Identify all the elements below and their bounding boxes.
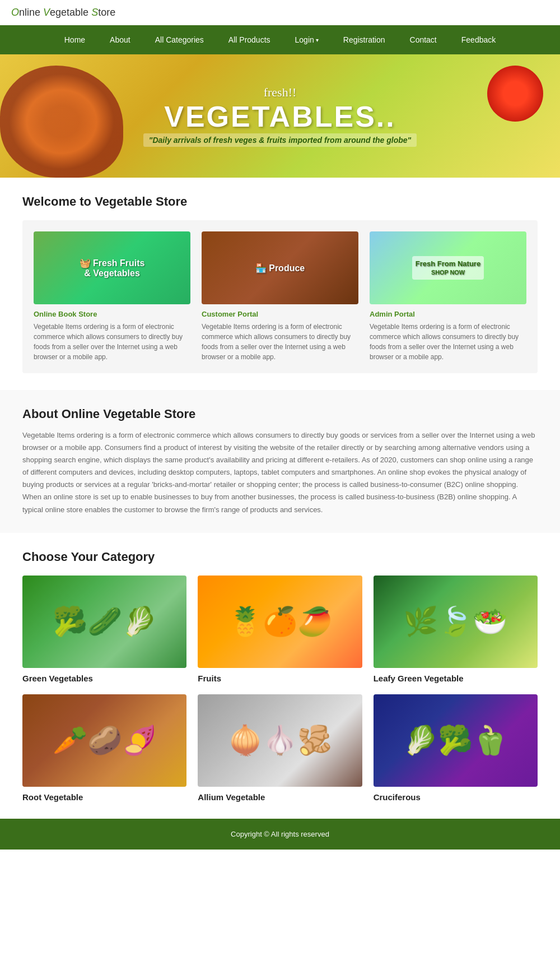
category-image-green-veg: 🥦🥒🥬 xyxy=(22,576,186,668)
title-letter-s: S xyxy=(91,7,98,18)
allium-icon: 🧅🧄🫚 xyxy=(198,694,362,787)
category-image-cruciferous: 🥬🥦🫑 xyxy=(374,694,538,787)
category-image-leafy: 🌿🍃🥗 xyxy=(374,576,538,668)
category-item-fruits[interactable]: 🍍🍊🥭 Fruits xyxy=(198,576,362,683)
about-section: About Online Vegetable Store Vegetable I… xyxy=(0,390,560,533)
nav-link-registration[interactable]: Registration xyxy=(331,25,398,54)
category-label-green-veg: Green Vegetables xyxy=(22,674,186,683)
hero-banner: fresh!! VEGETABLES.. "Daily arrivals of … xyxy=(0,54,560,178)
nav-link-products[interactable]: All Products xyxy=(216,25,283,54)
category-item-cruciferous[interactable]: 🥬🥦🫑 Cruciferous xyxy=(374,694,538,802)
card-desc-0: Vegetable Items ordering is a form of el… xyxy=(34,322,190,362)
category-label-fruits: Fruits xyxy=(198,674,362,683)
card-image-label-2: Fresh From NatureSHOP NOW xyxy=(412,256,484,280)
footer-text: Copyright © All rights reserved xyxy=(11,830,549,838)
category-label-root: Root Vegetable xyxy=(22,792,186,802)
card-image-label-1: 🏪 Produce xyxy=(250,257,310,279)
cruciferous-icon: 🥬🥦🫑 xyxy=(374,694,538,787)
welcome-heading: Welcome to Vegetable Store xyxy=(22,194,538,209)
fruits-icon: 🍍🍊🥭 xyxy=(198,576,362,668)
root-icon: 🥕🥔🍠 xyxy=(22,694,186,787)
nav-link-login[interactable]: Login ▾ xyxy=(283,25,331,54)
title-v-part: egetable xyxy=(50,7,91,18)
welcome-section: Welcome to Vegetable Store 🧺 Fresh Fruit… xyxy=(0,178,560,390)
nav-item-registration[interactable]: Registration xyxy=(331,25,398,54)
nav-link-home[interactable]: Home xyxy=(52,25,97,54)
nav-item-products[interactable]: All Products xyxy=(216,25,283,54)
category-heading: Choose Your Category xyxy=(22,550,538,564)
site-title: Online Vegetable Store xyxy=(0,0,560,25)
card-title-1: Customer Portal xyxy=(202,310,358,318)
category-item-green-veg[interactable]: 🥦🥒🥬 Green Vegetables xyxy=(22,576,186,683)
category-label-allium: Allium Vegetable xyxy=(198,792,362,802)
category-label-leafy: Leafy Green Vegetable xyxy=(374,674,538,683)
card-desc-2: Vegetable Items ordering is a form of el… xyxy=(370,322,526,362)
hero-decoration-left xyxy=(0,66,123,178)
card-online-book-store: 🧺 Fresh Fruits& Vegetables Online Book S… xyxy=(34,231,190,362)
cards-container: 🧺 Fresh Fruits& Vegetables Online Book S… xyxy=(22,220,538,373)
nav-item-about[interactable]: About xyxy=(97,25,143,54)
title-prefix: nline xyxy=(19,7,43,18)
nav-item-contact[interactable]: Contact xyxy=(398,25,449,54)
category-item-leafy[interactable]: 🌿🍃🥗 Leafy Green Vegetable xyxy=(374,576,538,683)
nav-item-categories[interactable]: All Categories xyxy=(143,25,216,54)
card-title-0: Online Book Store xyxy=(34,310,190,318)
hero-subtitle: "Daily arrivals of fresh veges & fruits … xyxy=(143,133,417,147)
nav-item-login[interactable]: Login ▾ xyxy=(283,25,331,54)
nav-link-about[interactable]: About xyxy=(97,25,143,54)
about-text: Vegetable Items ordering is a form of el… xyxy=(22,429,538,516)
title-s-part: tore xyxy=(98,7,115,18)
category-item-allium[interactable]: 🧅🧄🫚 Allium Vegetable xyxy=(198,694,362,802)
footer: Copyright © All rights reserved xyxy=(0,819,560,850)
category-item-root[interactable]: 🥕🥔🍠 Root Vegetable xyxy=(22,694,186,802)
hero-content: fresh!! VEGETABLES.. "Daily arrivals of … xyxy=(143,85,417,147)
card-image-label-0: 🧺 Fresh Fruits& Vegetables xyxy=(74,252,151,284)
category-image-allium: 🧅🧄🫚 xyxy=(198,694,362,787)
about-heading: About Online Vegetable Store xyxy=(22,407,538,421)
hero-title: VEGETABLES.. xyxy=(143,100,417,133)
card-image-fruits: 🧺 Fresh Fruits& Vegetables xyxy=(34,231,190,304)
title-letter-o: O xyxy=(11,7,19,18)
green-veg-icon: 🥦🥒🥬 xyxy=(22,576,186,668)
card-title-2: Admin Portal xyxy=(370,310,526,318)
nav-item-feedback[interactable]: Feedback xyxy=(449,25,508,54)
nav-item-home[interactable]: Home xyxy=(52,25,97,54)
card-admin-portal: Fresh From NatureSHOP NOW Admin Portal V… xyxy=(370,231,526,362)
hero-decoration-right xyxy=(487,66,543,122)
nav-link-categories[interactable]: All Categories xyxy=(143,25,216,54)
nav-link-contact[interactable]: Contact xyxy=(398,25,449,54)
card-image-produce: 🏪 Produce xyxy=(202,231,358,304)
main-nav: Home About All Categories All Products L… xyxy=(0,25,560,54)
card-desc-1: Vegetable Items ordering is a form of el… xyxy=(202,322,358,362)
category-image-root: 🥕🥔🍠 xyxy=(22,694,186,787)
title-letter-v: V xyxy=(43,7,50,18)
card-image-nature: Fresh From NatureSHOP NOW xyxy=(370,231,526,304)
category-image-fruits: 🍍🍊🥭 xyxy=(198,576,362,668)
leafy-icon: 🌿🍃🥗 xyxy=(374,576,538,668)
category-label-cruciferous: Cruciferous xyxy=(374,792,538,802)
category-section: Choose Your Category 🥦🥒🥬 Green Vegetable… xyxy=(0,533,560,819)
chevron-down-icon: ▾ xyxy=(316,37,319,43)
card-customer-portal: 🏪 Produce Customer Portal Vegetable Item… xyxy=(202,231,358,362)
category-grid: 🥦🥒🥬 Green Vegetables 🍍🍊🥭 Fruits 🌿🍃🥗 Leaf… xyxy=(22,576,538,802)
nav-link-feedback[interactable]: Feedback xyxy=(449,25,508,54)
hero-fresh-text: fresh!! xyxy=(143,85,417,100)
